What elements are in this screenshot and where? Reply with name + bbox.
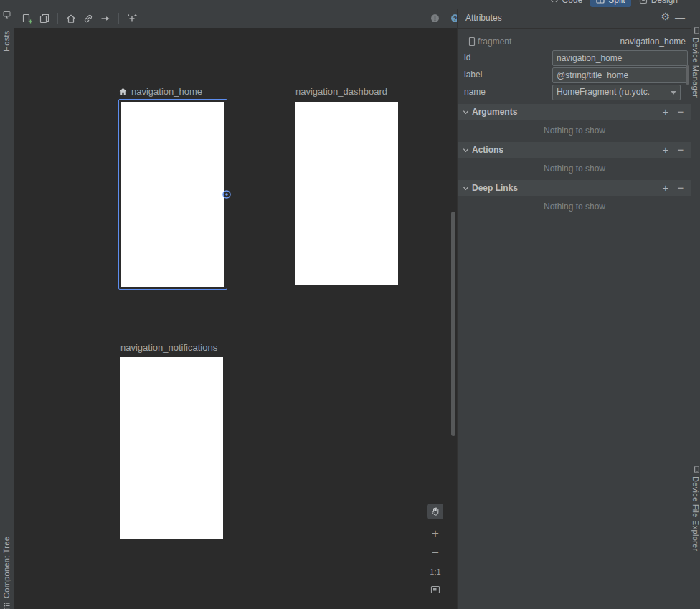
add-action-button[interactable]: +	[659, 142, 672, 158]
add-deep-link-button[interactable]: +	[659, 180, 672, 196]
section-deep-links[interactable]: Deep Links + −	[458, 180, 691, 196]
left-tool-stripe: Hosts Component Tree	[0, 0, 14, 609]
id-input[interactable]	[552, 50, 688, 66]
tool-stripe-device-file-explorer[interactable]: Device File Explorer	[691, 476, 700, 570]
chevron-down-icon	[669, 88, 678, 97]
action-connection-handle[interactable]	[222, 189, 232, 199]
split-icon	[596, 0, 605, 4]
fragment-label-text: navigation_home	[131, 86, 202, 97]
tool-stripe-device-manager[interactable]: Device Manager	[691, 37, 700, 103]
fragment-navigation-dashboard[interactable]	[295, 102, 398, 285]
connection-handle-icon	[222, 189, 232, 199]
zoom-to-fit-button[interactable]	[430, 584, 441, 595]
tab-design-label: Design	[651, 0, 678, 5]
field-row-id: id	[458, 50, 691, 65]
design-toolbar: ?	[14, 9, 468, 29]
component-type-label: fragment	[478, 34, 511, 49]
fragment-label-text: navigation_dashboard	[295, 86, 387, 97]
add-action-button[interactable]	[98, 11, 113, 27]
chevron-down-icon	[462, 108, 470, 116]
fragment-label-navigation-dashboard[interactable]: navigation_dashboard	[295, 85, 387, 97]
start-destination-home-icon	[118, 87, 128, 96]
chevron-down-icon	[462, 146, 470, 154]
field-row-label: label	[458, 67, 691, 82]
remove-deep-link-button[interactable]: −	[674, 180, 687, 196]
attributes-panel: Attributes ⚙ — fragment navigation_home …	[457, 9, 691, 609]
field-row-name: name HomeFragment (ru.yotc.	[458, 85, 691, 99]
design-icon	[639, 0, 648, 4]
id-field-label: id	[464, 50, 470, 65]
section-actions[interactable]: Actions + −	[458, 142, 691, 158]
zoom-out-button[interactable]: −	[427, 547, 443, 559]
navigation-graph-canvas[interactable]: navigation_home navigation_dashboard nav…	[14, 28, 457, 609]
tab-code-label: Code	[562, 0, 583, 5]
new-destination-icon	[22, 13, 33, 24]
chevron-down-icon	[462, 184, 470, 192]
section-arguments[interactable]: Arguments + −	[458, 104, 691, 120]
component-tree-icon	[2, 601, 11, 609]
toolbar-separator	[118, 13, 119, 24]
attributes-scrollbar[interactable]	[686, 65, 689, 85]
fragment-navigation-home[interactable]	[118, 99, 227, 290]
actions-empty-text: Nothing to show	[458, 163, 691, 174]
name-dropdown-value: HomeFragment (ru.yotc.	[557, 85, 667, 98]
editor-mode-tabs: Code Split Design	[544, 0, 684, 7]
section-actions-title: Actions	[472, 142, 503, 158]
fragment-label-navigation-notifications[interactable]: navigation_notifications	[120, 341, 217, 353]
new-destination-button[interactable]	[19, 11, 35, 27]
warning-icon	[430, 13, 440, 24]
remove-argument-button[interactable]: −	[674, 104, 687, 120]
fragment-label-navigation-home[interactable]: navigation_home	[118, 85, 202, 97]
fragment-preview	[121, 102, 224, 287]
remove-action-button[interactable]: −	[674, 142, 687, 158]
label-field-label: label	[464, 67, 482, 82]
issue-panel-button[interactable]	[427, 11, 443, 27]
label-input[interactable]	[552, 67, 688, 83]
zoom-in-button[interactable]: +	[427, 527, 443, 539]
tab-code[interactable]: Code	[544, 0, 589, 7]
fragment-icon	[466, 36, 478, 47]
auto-arrange-icon	[126, 13, 138, 24]
hand-icon	[430, 506, 440, 516]
hide-panel-icon[interactable]: —	[675, 11, 685, 23]
device-file-explorer-icon	[692, 465, 700, 474]
section-deep-links-title: Deep Links	[472, 180, 518, 196]
gear-icon[interactable]: ⚙	[661, 11, 670, 22]
section-arguments-title: Arguments	[472, 104, 517, 120]
add-argument-button[interactable]: +	[659, 104, 672, 120]
selected-component-row: fragment navigation_home	[458, 34, 691, 49]
attributes-panel-header: Attributes ⚙ —	[458, 9, 691, 29]
navigation-editor-window: Hosts Component Tree Device Manager Devi…	[0, 0, 700, 609]
toolbar-separator	[57, 13, 58, 24]
attributes-panel-title: Attributes	[465, 13, 502, 23]
deep-link-button[interactable]	[80, 11, 96, 27]
home-icon	[65, 13, 77, 24]
canvas-scrollbar[interactable]	[451, 212, 455, 436]
tool-stripe-hosts[interactable]: Hosts	[2, 22, 11, 52]
tab-split-label: Split	[608, 0, 625, 5]
auto-arrange-button[interactable]	[124, 11, 140, 27]
hosts-icon	[2, 10, 11, 19]
arguments-empty-text: Nothing to show	[458, 125, 691, 136]
tool-stripe-component-tree[interactable]: Component Tree	[2, 532, 11, 598]
tab-design[interactable]: Design	[633, 0, 684, 7]
code-icon	[550, 0, 559, 4]
device-manager-icon	[692, 26, 700, 35]
fragment-label-text: navigation_notifications	[120, 342, 217, 353]
action-arrow-icon	[100, 13, 111, 24]
fragment-navigation-notifications[interactable]	[120, 357, 223, 539]
svg-text:?: ?	[453, 15, 456, 22]
deep-links-empty-text: Nothing to show	[458, 201, 691, 212]
duplicate-icon	[39, 13, 50, 24]
pan-tool-button[interactable]	[427, 504, 443, 519]
zoom-actual-size-button[interactable]: 1:1	[427, 567, 443, 576]
link-icon	[82, 13, 94, 24]
name-field-label: name	[464, 85, 486, 99]
assign-start-destination-button[interactable]	[63, 11, 79, 27]
name-dropdown[interactable]: HomeFragment (ru.yotc.	[552, 85, 681, 100]
component-id-value: navigation_home	[620, 34, 686, 49]
tab-split[interactable]: Split	[590, 0, 630, 7]
zoom-to-fit-icon	[430, 584, 441, 595]
right-tool-stripe: Device Manager Device File Explorer	[691, 0, 700, 609]
duplicate-destination-button[interactable]	[37, 11, 52, 27]
